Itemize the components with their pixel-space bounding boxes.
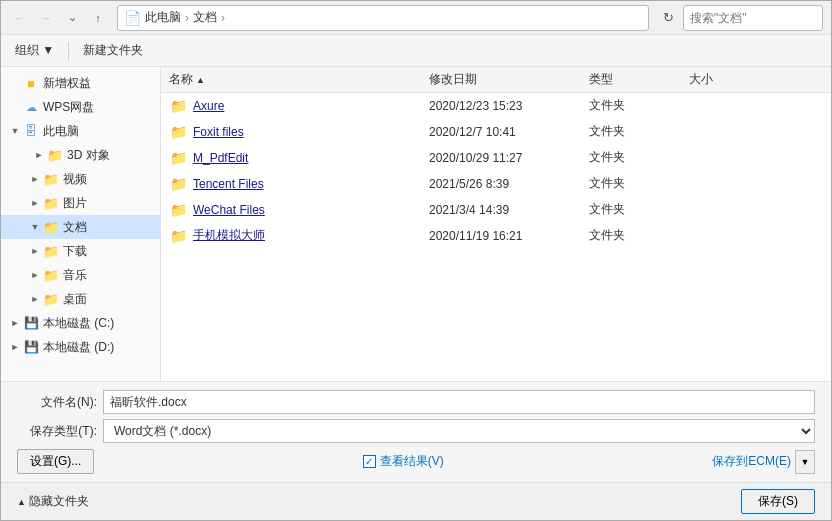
file-type-tencent: 文件夹 xyxy=(589,175,689,192)
toolbar: 组织 ▼ 新建文件夹 xyxy=(1,35,831,67)
folder-icon-document: 📁 xyxy=(43,219,59,235)
address-segment-pc[interactable]: 此电脑 xyxy=(145,9,181,26)
expand-arrow-this-pc: ▼ xyxy=(9,125,21,137)
address-segment-docs[interactable]: 文档 xyxy=(193,9,217,26)
sidebar-item-local-d[interactable]: ► 💾 本地磁盘 (D:) xyxy=(1,335,160,359)
file-date-wechat: 2021/3/4 14:39 xyxy=(429,203,589,217)
expand-arrow-document: ▼ xyxy=(29,221,41,233)
action-row: 设置(G)... ✓ 查看结果(V) 保存到ECM(E) ▼ xyxy=(17,449,815,474)
computer-icon-this-pc: 🗄 xyxy=(23,123,39,139)
file-date-tencent: 2021/5/26 8:39 xyxy=(429,177,589,191)
ecm-dropdown-arrow: ▼ xyxy=(801,457,810,467)
sidebar-item-desktop[interactable]: ► 📁 桌面 xyxy=(1,287,160,311)
view-results-checkbox[interactable]: ✓ xyxy=(363,455,376,468)
folder-icon-3d: 📁 xyxy=(47,147,63,163)
filename-input[interactable] xyxy=(103,390,815,414)
file-name-foxit: Foxit files xyxy=(193,125,429,139)
file-row-phone[interactable]: 📁 手机模拟大师 2020/11/19 16:21 文件夹 xyxy=(161,223,831,249)
file-row-axure[interactable]: 📁 Axure 2020/12/23 15:23 文件夹 xyxy=(161,93,831,119)
hide-folders-label: 隐藏文件夹 xyxy=(29,493,89,510)
sidebar-item-music[interactable]: ► 📁 音乐 xyxy=(1,263,160,287)
sidebar-item-this-pc[interactable]: ▼ 🗄 此电脑 xyxy=(1,119,160,143)
back-button[interactable]: ← xyxy=(9,7,31,29)
settings-button[interactable]: 设置(G)... xyxy=(17,449,94,474)
sidebar-label-video: 视频 xyxy=(63,171,87,188)
column-type[interactable]: 类型 xyxy=(589,71,689,88)
sidebar-item-favorites[interactable]: ■ 新增权益 xyxy=(1,71,160,95)
sidebar-label-document: 文档 xyxy=(63,219,87,236)
new-folder-button[interactable]: 新建文件夹 xyxy=(77,40,149,61)
filename-row: 文件名(N): xyxy=(17,390,815,414)
file-name-phone: 手机模拟大师 xyxy=(193,227,429,244)
save-dialog: ← → ⌄ ↑ 📄 此电脑 › 文档 › ↻ 组织 ▼ 新建文件夹 ■ xyxy=(0,0,832,521)
file-row-tencent[interactable]: 📁 Tencent Files 2021/5/26 8:39 文件夹 xyxy=(161,171,831,197)
footer: ▲ 隐藏文件夹 保存(S) xyxy=(1,482,831,520)
folder-icon-music: 📁 xyxy=(43,267,59,283)
save-button[interactable]: 保存(S) xyxy=(741,489,815,514)
file-name-wechat: WeChat Files xyxy=(193,203,429,217)
folder-icon-favorites: ■ xyxy=(23,75,39,91)
sidebar-label-wps: WPS网盘 xyxy=(43,99,94,116)
sidebar-item-wps[interactable]: ☁ WPS网盘 xyxy=(1,95,160,119)
sidebar-label-local-c: 本地磁盘 (C:) xyxy=(43,315,114,332)
column-date[interactable]: 修改日期 xyxy=(429,71,589,88)
organize-button[interactable]: 组织 ▼ xyxy=(9,40,60,61)
expand-arrow-favorites xyxy=(9,77,21,89)
hide-folders-button[interactable]: ▲ 隐藏文件夹 xyxy=(17,493,89,510)
folder-icon-axure: 📁 xyxy=(169,97,187,115)
view-results-button[interactable]: 查看结果(V) xyxy=(380,453,444,470)
file-list-header: 名称 ▲ 修改日期 类型 大小 xyxy=(161,67,831,93)
action-center: ✓ 查看结果(V) xyxy=(102,453,704,470)
sidebar-item-picture[interactable]: ► 📁 图片 xyxy=(1,191,160,215)
expand-arrow-music: ► xyxy=(29,269,41,281)
column-name[interactable]: 名称 ▲ xyxy=(169,71,429,88)
address-sep-2: › xyxy=(221,11,225,25)
folder-icon-wechat: 📁 xyxy=(169,201,187,219)
main-content: ■ 新增权益 ☁ WPS网盘 ▼ 🗄 此电脑 ► 📁 3D 对象 xyxy=(1,67,831,381)
sidebar: ■ 新增权益 ☁ WPS网盘 ▼ 🗄 此电脑 ► 📁 3D 对象 xyxy=(1,67,161,381)
filetype-label: 保存类型(T): xyxy=(17,423,97,440)
file-type-axure: 文件夹 xyxy=(589,97,689,114)
folder-icon-mpdf: 📁 xyxy=(169,149,187,167)
file-date-foxit: 2020/12/7 10:41 xyxy=(429,125,589,139)
address-segments: 此电脑 › 文档 › xyxy=(145,9,642,26)
column-size[interactable]: 大小 xyxy=(689,71,769,88)
address-bar: 📄 此电脑 › 文档 › xyxy=(117,5,649,31)
sidebar-item-local-c[interactable]: ► 💾 本地磁盘 (C:) xyxy=(1,311,160,335)
search-input[interactable] xyxy=(683,5,823,31)
sidebar-item-video[interactable]: ► 📁 视频 xyxy=(1,167,160,191)
filename-label: 文件名(N): xyxy=(17,394,97,411)
save-ecm-button[interactable]: 保存到ECM(E) xyxy=(712,453,791,470)
folder-icon-foxit: 📁 xyxy=(169,123,187,141)
sidebar-label-download: 下载 xyxy=(63,243,87,260)
file-row-mpdf[interactable]: 📁 M_PdfEdit 2020/10/29 11:27 文件夹 xyxy=(161,145,831,171)
file-type-foxit: 文件夹 xyxy=(589,123,689,140)
sidebar-item-document[interactable]: ▼ 📁 文档 xyxy=(1,215,160,239)
file-row-wechat[interactable]: 📁 WeChat Files 2021/3/4 14:39 文件夹 xyxy=(161,197,831,223)
sidebar-item-3d[interactable]: ► 📁 3D 对象 xyxy=(1,143,160,167)
filetype-select[interactable]: Word文档 (*.docx) xyxy=(103,419,815,443)
checkbox-check-mark: ✓ xyxy=(365,456,373,467)
file-date-axure: 2020/12/23 15:23 xyxy=(429,99,589,113)
down-button[interactable]: ⌄ xyxy=(61,7,83,29)
up-button[interactable]: ↑ xyxy=(87,7,109,29)
sort-arrow: ▲ xyxy=(196,75,205,85)
refresh-button[interactable]: ↻ xyxy=(657,7,679,29)
expand-arrow-picture: ► xyxy=(29,197,41,209)
sidebar-label-this-pc: 此电脑 xyxy=(43,123,79,140)
file-name-mpdf: M_PdfEdit xyxy=(193,151,429,165)
ecm-dropdown-button[interactable]: ▼ xyxy=(795,450,815,474)
file-name-tencent: Tencent Files xyxy=(193,177,429,191)
forward-button[interactable]: → xyxy=(35,7,57,29)
file-type-phone: 文件夹 xyxy=(589,227,689,244)
file-row-foxit[interactable]: 📁 Foxit files 2020/12/7 10:41 文件夹 xyxy=(161,119,831,145)
drive-icon-d: 💾 xyxy=(23,339,39,355)
expand-arrow-local-d: ► xyxy=(9,341,21,353)
sidebar-item-download[interactable]: ► 📁 下载 xyxy=(1,239,160,263)
action-left: 设置(G)... xyxy=(17,449,94,474)
expand-arrow-wps xyxy=(9,101,21,113)
action-right: 保存到ECM(E) ▼ xyxy=(712,450,815,474)
expand-arrow-3d: ► xyxy=(33,149,45,161)
folder-icon-video: 📁 xyxy=(43,171,59,187)
file-list: 名称 ▲ 修改日期 类型 大小 📁 Axure 2020/12/23 15:23… xyxy=(161,67,831,381)
